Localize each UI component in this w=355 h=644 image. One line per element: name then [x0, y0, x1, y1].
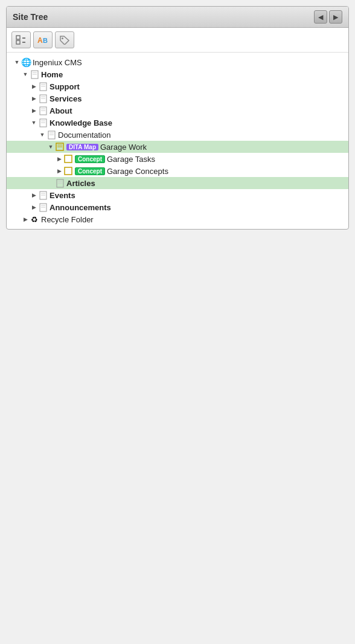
- svg-rect-28: [65, 155, 72, 163]
- expand-garage-work[interactable]: ▼: [46, 143, 55, 151]
- tree-node-about[interactable]: ▶ About: [7, 105, 348, 117]
- node-label-services: Services: [50, 94, 82, 103]
- page-icon-services: [38, 94, 48, 103]
- panel-title: Site Tree: [13, 12, 48, 22]
- panel-header: Site Tree ◀ ▶: [7, 7, 348, 28]
- concept-badge-tasks: Concept: [75, 155, 105, 163]
- tree-node-garage-work[interactable]: ▼ DITA Map Garage Work: [7, 141, 348, 153]
- tree-node-articles[interactable]: Articles: [7, 177, 348, 189]
- node-label-garage-tasks: Garage Tasks: [107, 155, 155, 164]
- globe-icon: 🌐: [21, 57, 31, 67]
- node-label-garage-work: Garage Work: [100, 143, 147, 152]
- tree-node-support[interactable]: ▶ Support: [7, 80, 348, 92]
- node-label-home: Home: [41, 70, 63, 79]
- expand-garage-concepts[interactable]: ▶: [55, 167, 63, 175]
- tree-node-services[interactable]: ▶ Services: [7, 92, 348, 105]
- page-icon-support: [38, 82, 48, 91]
- concept-badge-concepts: Concept: [75, 167, 105, 175]
- forward-button[interactable]: ▶: [329, 10, 342, 24]
- node-label-announcements: Announcements: [50, 203, 111, 212]
- tree-node-announcements[interactable]: ▶ Announcements: [7, 201, 348, 213]
- tree-node-recycle[interactable]: ▶ ♻ Recycle Folder: [7, 213, 348, 225]
- page-icon-home: [30, 69, 39, 79]
- svg-point-6: [62, 37, 63, 39]
- tree-node-ingeniux[interactable]: ▼ 🌐 Ingeniux CMS: [7, 56, 348, 68]
- node-label-about: About: [50, 106, 72, 115]
- special-icon-garage-tasks: [63, 154, 73, 164]
- expand-events[interactable]: ▶: [30, 191, 38, 199]
- expand-recycle[interactable]: ▶: [21, 215, 30, 224]
- back-button[interactable]: ◀: [314, 10, 327, 24]
- page-icon-about: [38, 106, 48, 115]
- svg-text:A: A: [37, 36, 43, 45]
- svg-rect-2: [22, 37, 25, 39]
- site-tree-panel: Site Tree ◀ ▶ A B: [6, 6, 349, 230]
- expand-garage-tasks[interactable]: ▶: [55, 155, 63, 163]
- special-icon-garage-work: [55, 142, 65, 152]
- recycle-icon: ♻: [30, 214, 39, 224]
- expand-announcements[interactable]: ▶: [30, 203, 38, 211]
- page-icon-knowledge: [38, 118, 48, 127]
- page-icon-events: [38, 190, 48, 200]
- node-label-support: Support: [50, 82, 80, 91]
- expand-support[interactable]: ▶: [30, 82, 38, 91]
- node-label-events: Events: [50, 191, 75, 200]
- expand-articles[interactable]: [46, 179, 55, 187]
- svg-rect-0: [16, 36, 20, 39]
- nav-arrows: ◀ ▶: [314, 10, 342, 24]
- special-icon-garage-concepts: [63, 166, 73, 176]
- node-label-ingeniux: Ingeniux CMS: [33, 58, 82, 67]
- page-icon-announcements: [38, 202, 48, 212]
- tree-node-home[interactable]: ▼ Home: [7, 68, 348, 80]
- expand-knowledge[interactable]: ▼: [30, 118, 38, 127]
- node-label-knowledge: Knowledge Base: [50, 118, 112, 127]
- tree-area: ▼ 🌐 Ingeniux CMS ▼ Home ▶ Support ▶ Serv…: [7, 53, 348, 229]
- ab-icon: A B: [37, 35, 49, 45]
- expand-documentation[interactable]: ▼: [38, 130, 46, 139]
- tree-node-events[interactable]: ▶ Events: [7, 189, 348, 201]
- tree-node-knowledge[interactable]: ▼ Knowledge Base: [7, 117, 348, 129]
- grid-icon: [16, 35, 27, 45]
- svg-rect-29: [65, 167, 72, 175]
- dita-map-badge: DITA Map: [66, 144, 98, 150]
- tree-node-garage-concepts[interactable]: ▶ Concept Garage Concepts: [7, 165, 348, 177]
- label-button[interactable]: A B: [33, 31, 53, 48]
- svg-rect-3: [22, 42, 25, 43]
- view-toggle-button[interactable]: [11, 31, 31, 48]
- expand-services[interactable]: ▶: [30, 94, 38, 103]
- page-icon-articles: [55, 178, 65, 188]
- toolbar: A B: [7, 28, 348, 53]
- svg-rect-1: [16, 40, 20, 44]
- expand-home[interactable]: ▼: [21, 70, 30, 79]
- node-label-garage-concepts: Garage Concepts: [107, 167, 168, 176]
- tree-node-garage-tasks[interactable]: ▶ Concept Garage Tasks: [7, 153, 348, 165]
- tag-icon: [59, 35, 70, 45]
- expand-ingeniux[interactable]: ▼: [13, 58, 21, 66]
- node-label-articles: Articles: [66, 179, 95, 188]
- expand-about[interactable]: ▶: [30, 106, 38, 115]
- tag-button[interactable]: [55, 31, 74, 48]
- node-label-recycle: Recycle Folder: [41, 215, 94, 224]
- page-icon-documentation: [46, 130, 56, 140]
- tree-node-documentation[interactable]: ▼ Documentation: [7, 129, 348, 141]
- node-label-documentation: Documentation: [58, 130, 110, 140]
- svg-text:B: B: [43, 37, 48, 44]
